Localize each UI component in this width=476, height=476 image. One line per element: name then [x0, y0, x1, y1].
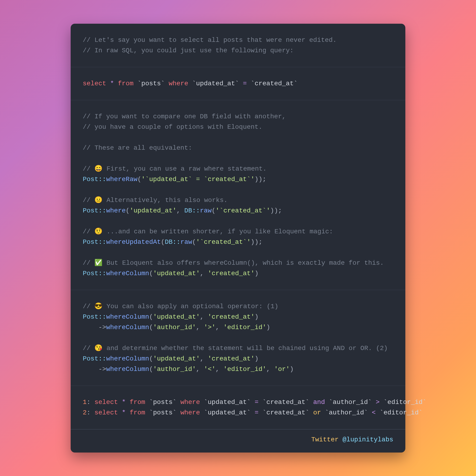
- emoji-cool-icon: 😎: [94, 303, 102, 310]
- gradient-background: // Let's say you want to select all post…: [0, 0, 476, 476]
- footer-handle: @lupinitylabs: [343, 436, 393, 443]
- comment: // Let's say you want to select all post…: [83, 36, 337, 44]
- section-advanced: // 😎 You can also apply an optional oper…: [71, 290, 405, 386]
- emoji-raised-brow-icon: 🤨: [94, 228, 102, 235]
- comment: // In raw SQL, you could just use the fo…: [83, 47, 293, 54]
- footer-twitter-label: Twitter: [311, 436, 342, 443]
- section-options: // If you want to compare one DB field w…: [71, 100, 405, 290]
- emoji-kiss-icon: 😘: [94, 345, 102, 352]
- section-sql-result: 1: select * from `posts` where `updated_…: [71, 386, 405, 429]
- emoji-neutral-icon: 😐: [94, 197, 102, 204]
- emoji-check-icon: ✅: [94, 259, 102, 267]
- section-sql-1: select * from `posts` where `updated_at`…: [71, 67, 405, 100]
- code-card: // Let's say you want to select all post…: [71, 24, 405, 453]
- emoji-smile-icon: 😄: [94, 165, 102, 172]
- footer: Twitter @lupinitylabs: [71, 429, 405, 453]
- section-intro: // Let's say you want to select all post…: [71, 24, 405, 67]
